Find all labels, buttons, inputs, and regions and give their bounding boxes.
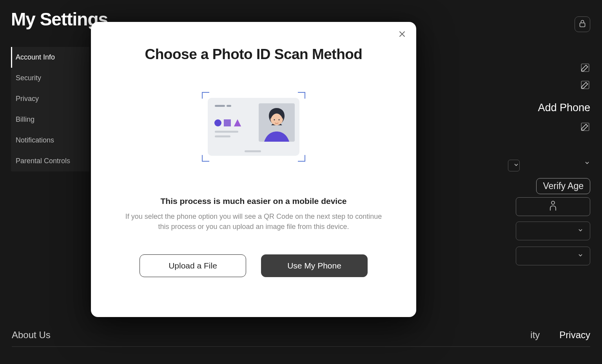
- upload-file-button[interactable]: Upload a File: [140, 254, 246, 277]
- modal-description: If you select the phone option you will …: [125, 211, 383, 232]
- svg-rect-10: [215, 131, 238, 133]
- svg-rect-6: [215, 105, 225, 107]
- close-icon: [399, 29, 406, 40]
- modal-button-row: Upload a File Use My Phone: [140, 254, 368, 277]
- modal-subtitle: This process is much easier on a mobile …: [105, 196, 402, 206]
- svg-point-16: [279, 119, 280, 121]
- svg-rect-11: [215, 135, 230, 137]
- modal-title: Choose a Photo ID Scan Method: [105, 46, 402, 63]
- svg-point-8: [214, 119, 221, 126]
- svg-rect-9: [224, 119, 231, 126]
- svg-rect-7: [227, 105, 231, 107]
- photo-id-scan-modal: Choose a Photo ID Scan Method: [91, 22, 416, 317]
- svg-rect-12: [245, 150, 261, 152]
- modal-backdrop: Choose a Photo ID Scan Method: [0, 0, 602, 364]
- modal-close-button[interactable]: [397, 29, 408, 40]
- id-card-illustration: [105, 92, 402, 162]
- use-my-phone-button[interactable]: Use My Phone: [261, 254, 368, 277]
- svg-point-15: [274, 119, 275, 121]
